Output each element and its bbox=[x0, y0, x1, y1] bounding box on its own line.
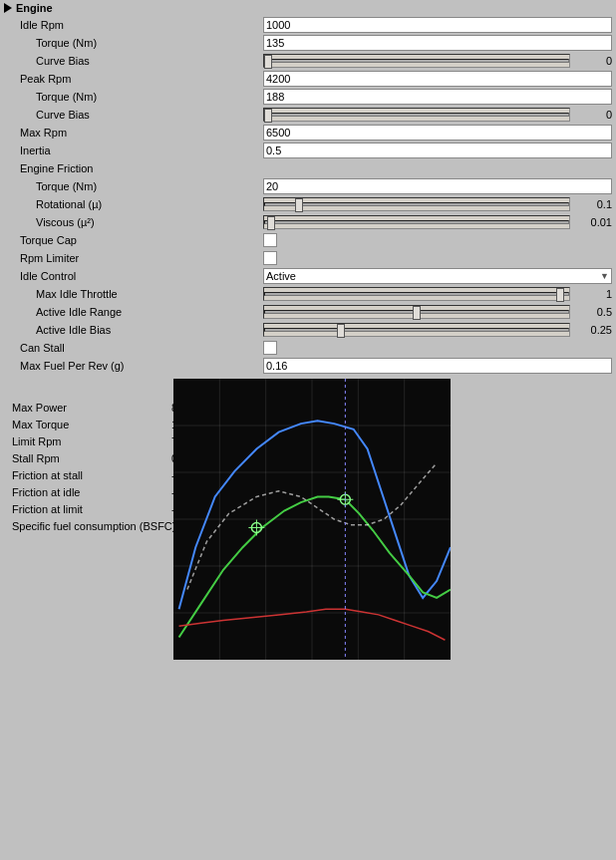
friction-limit-label: Friction at limit bbox=[12, 503, 171, 515]
peak-rpm-label: Peak Rpm bbox=[4, 73, 263, 85]
curve-bias-2-value: 0 bbox=[574, 109, 612, 121]
torque-nm-3-input[interactable]: 20 bbox=[263, 178, 612, 194]
inertia-row: Inertia 0.5 bbox=[4, 142, 612, 159]
max-fuel-label: Max Fuel Per Rev (g) bbox=[4, 360, 263, 372]
viscous-slider-container: 0.01 bbox=[263, 215, 612, 229]
max-idle-throttle-label: Max Idle Throttle bbox=[4, 288, 263, 300]
limit-rpm-label: Limit Rpm bbox=[12, 435, 171, 447]
active-idle-bias-label: Active Idle Bias bbox=[4, 324, 263, 336]
rpm-limiter-checkbox[interactable] bbox=[263, 251, 277, 265]
section-header[interactable]: Engine bbox=[4, 2, 612, 14]
idle-rpm-input[interactable]: 1000 bbox=[263, 17, 612, 33]
active-idle-range-slider[interactable] bbox=[263, 305, 570, 319]
curve-bias-2-slider-container: 0 bbox=[263, 108, 612, 122]
max-idle-throttle-slider[interactable] bbox=[263, 287, 570, 301]
torque-nm-3-row: Torque (Nm) 20 bbox=[4, 177, 612, 195]
curve-bias-2-slider[interactable] bbox=[263, 108, 570, 122]
rotational-label: Rotational (µ) bbox=[4, 198, 263, 210]
collapse-triangle[interactable] bbox=[4, 3, 12, 13]
curve-bias-2-row: Curve Bias 0 bbox=[4, 106, 612, 124]
stall-rpm-label: Stall Rpm bbox=[12, 452, 171, 464]
inertia-input[interactable]: 0.5 bbox=[263, 143, 612, 158]
peak-rpm-row: Peak Rpm 4200 bbox=[4, 70, 612, 88]
active-idle-range-label: Active Idle Range bbox=[4, 306, 263, 318]
max-idle-throttle-value: 1 bbox=[574, 288, 612, 300]
can-stall-label: Can Stall bbox=[4, 342, 263, 354]
viscous-row: Viscous (µ²) 0.01 bbox=[4, 213, 612, 231]
max-idle-throttle-slider-container: 1 bbox=[263, 287, 612, 301]
torque-nm-1-row: Torque (Nm) 135 bbox=[4, 34, 612, 52]
active-idle-bias-slider-container: 0.25 bbox=[263, 323, 612, 337]
dropdown-arrow-icon: ▼ bbox=[600, 271, 609, 281]
torque-cap-row: Torque Cap bbox=[4, 231, 612, 249]
rotational-value: 0.1 bbox=[574, 198, 612, 210]
max-fuel-row: Max Fuel Per Rev (g) 0.16 bbox=[4, 357, 612, 375]
curve-bias-1-slider[interactable] bbox=[263, 54, 570, 68]
rotational-slider[interactable] bbox=[263, 197, 570, 211]
idle-rpm-label: Idle Rpm bbox=[4, 19, 263, 31]
viscous-value: 0.01 bbox=[574, 216, 612, 228]
rotational-slider-container: 0.1 bbox=[263, 197, 612, 211]
can-stall-row: Can Stall bbox=[4, 339, 612, 357]
curve-bias-1-row: Curve Bias 0 bbox=[4, 52, 612, 70]
max-idle-throttle-row: Max Idle Throttle 1 bbox=[4, 285, 612, 303]
max-rpm-input[interactable]: 6500 bbox=[263, 125, 612, 141]
torque-nm-2-label: Torque (Nm) bbox=[4, 91, 263, 103]
rpm-limiter-label: Rpm Limiter bbox=[4, 252, 263, 264]
rpm-limiter-row: Rpm Limiter bbox=[4, 249, 612, 267]
engine-panel: Engine Idle Rpm 1000 Torque (Nm) 135 Cur… bbox=[0, 0, 616, 557]
max-rpm-row: Max Rpm 6500 bbox=[4, 124, 612, 142]
inertia-label: Inertia bbox=[4, 144, 263, 156]
curve-bias-1-label: Curve Bias bbox=[4, 55, 263, 67]
torque-nm-3-label: Torque (Nm) bbox=[4, 180, 263, 192]
idle-control-dropdown-container: Active ▼ bbox=[263, 268, 612, 284]
can-stall-checkbox[interactable] bbox=[263, 341, 277, 355]
max-rpm-label: Max Rpm bbox=[4, 127, 263, 139]
friction-stall-label: Friction at stall bbox=[12, 469, 171, 481]
viscous-slider[interactable] bbox=[263, 215, 570, 229]
torque-cap-checkbox[interactable] bbox=[263, 233, 277, 247]
curve-bias-1-slider-container: 0 bbox=[263, 54, 612, 68]
active-idle-range-slider-container: 0.5 bbox=[263, 305, 612, 319]
bsfc-label: Specific fuel consumption (BSFC): bbox=[12, 520, 179, 532]
active-idle-range-value: 0.5 bbox=[574, 306, 612, 318]
torque-cap-label: Torque Cap bbox=[4, 234, 263, 246]
active-idle-bias-row: Active Idle Bias 0.25 bbox=[4, 321, 612, 339]
torque-nm-2-row: Torque (Nm) 188 bbox=[4, 88, 612, 106]
max-fuel-input[interactable]: 0.16 bbox=[263, 358, 612, 374]
engine-friction-row: Engine Friction bbox=[4, 159, 612, 177]
curve-bias-2-label: Curve Bias bbox=[4, 109, 263, 121]
idle-rpm-row: Idle Rpm 1000 bbox=[4, 16, 612, 34]
engine-friction-label: Engine Friction bbox=[4, 162, 263, 174]
friction-idle-label: Friction at idle bbox=[12, 486, 171, 498]
engine-chart[interactable] bbox=[173, 379, 451, 660]
idle-control-label: Idle Control bbox=[4, 270, 263, 282]
max-torque-label: Max Torque bbox=[12, 419, 171, 430]
active-idle-bias-slider[interactable] bbox=[263, 323, 570, 337]
max-power-label: Max Power bbox=[12, 402, 171, 414]
torque-nm-2-input[interactable]: 188 bbox=[263, 89, 612, 105]
torque-nm-1-label: Torque (Nm) bbox=[4, 37, 263, 49]
section-title: Engine bbox=[16, 2, 53, 14]
idle-control-dropdown[interactable]: Active ▼ bbox=[263, 268, 612, 284]
rotational-row: Rotational (µ) 0.1 bbox=[4, 195, 612, 213]
torque-nm-1-input[interactable]: 135 bbox=[263, 35, 612, 51]
active-idle-bias-value: 0.25 bbox=[574, 324, 612, 336]
viscous-label: Viscous (µ²) bbox=[4, 216, 263, 228]
active-idle-range-row: Active Idle Range 0.5 bbox=[4, 303, 612, 321]
idle-control-row: Idle Control Active ▼ bbox=[4, 267, 612, 285]
curve-bias-1-value: 0 bbox=[574, 55, 612, 67]
peak-rpm-input[interactable]: 4200 bbox=[263, 71, 612, 87]
